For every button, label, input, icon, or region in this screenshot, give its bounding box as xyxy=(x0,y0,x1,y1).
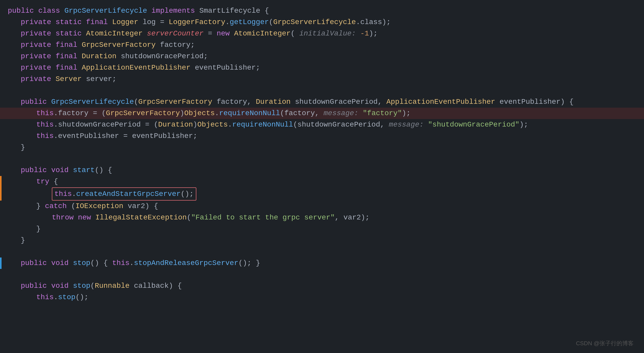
code-token: requireNonNull xyxy=(232,119,293,130)
code-token: Objects xyxy=(184,108,215,119)
code-token: GrpcServerFactory xyxy=(106,108,180,119)
code-line: private static final Logger log = Logger… xyxy=(0,17,644,28)
code-token: } xyxy=(36,223,41,234)
code-line: throw new IllegalStateException("Failed … xyxy=(0,212,644,223)
code-token: = xyxy=(204,28,217,39)
line-indicator xyxy=(0,176,2,187)
code-token: final xyxy=(55,51,82,62)
code-token: . xyxy=(228,119,232,130)
code-line: private static AtomicInteger serverCount… xyxy=(0,28,644,39)
code-token: .factory = ( xyxy=(54,108,106,119)
code-token: Duration xyxy=(256,96,295,107)
code-token: .class); xyxy=(356,17,391,28)
code-line: try { xyxy=(0,176,644,187)
code-token: () { xyxy=(90,258,112,269)
code-token: shutdownGracePeriod, xyxy=(295,96,387,107)
code-token: SmartLifecycle { xyxy=(199,5,269,16)
code-token: this xyxy=(36,108,54,119)
code-line: private Server server; xyxy=(0,73,644,85)
code-token: "factory" xyxy=(363,108,402,119)
code-token: ( xyxy=(71,201,75,212)
code-token: (); xyxy=(181,190,194,198)
code-token: getLogger xyxy=(230,17,269,28)
code-token: (); } xyxy=(238,258,260,269)
code-token: message: xyxy=(389,119,424,130)
code-token: class xyxy=(38,5,65,16)
code-token: stop xyxy=(58,292,75,303)
code-token: ApplicationEventPublisher xyxy=(82,62,195,73)
highlighted-code-box: this.createAndStartGrpcServer(); xyxy=(52,187,196,201)
code-token: Objects xyxy=(197,119,228,130)
code-token: . xyxy=(225,17,230,28)
code-token: private xyxy=(21,17,55,28)
code-line: this.eventPublisher = eventPublisher; xyxy=(0,130,644,142)
code-token: static xyxy=(55,17,86,28)
code-token: message: xyxy=(324,108,358,119)
code-token: callback) { xyxy=(134,280,182,291)
code-token: private xyxy=(21,51,55,62)
code-line: this.stop(); xyxy=(0,292,644,303)
code-token: GrpcServerFactory xyxy=(138,96,217,107)
code-token: stopAndReleaseGrpcServer xyxy=(134,258,238,269)
code-token: stop xyxy=(73,258,90,269)
code-token xyxy=(147,5,152,16)
code-line xyxy=(0,85,644,96)
code-line: public void stop() { this.stopAndRelease… xyxy=(0,258,644,269)
code-token: ); xyxy=(369,28,378,39)
code-token: createAndStartGrpcServer xyxy=(76,190,181,198)
code-token: GrpcServerLifecycle xyxy=(273,17,356,28)
code-token: stop xyxy=(73,280,90,291)
code-token: ( xyxy=(291,28,299,39)
code-token: this xyxy=(112,258,130,269)
code-line: } xyxy=(0,223,644,235)
code-token: . xyxy=(215,108,219,119)
code-line xyxy=(0,153,644,165)
code-token: factory, xyxy=(217,96,256,107)
code-token: public xyxy=(21,280,51,291)
code-token: GrpcServerFactory xyxy=(82,39,160,50)
code-token: Server xyxy=(55,73,86,85)
code-token: static xyxy=(55,28,86,39)
code-token: (factory, xyxy=(280,108,324,119)
code-token: } xyxy=(21,142,25,153)
code-token: } xyxy=(36,201,45,212)
code-token: initialValue: xyxy=(299,28,356,39)
code-token: "Failed to start the grpc server" xyxy=(191,212,335,223)
code-token: requireNonNull xyxy=(219,108,280,119)
code-line xyxy=(0,246,644,258)
code-token: ) xyxy=(193,119,197,130)
code-line: private final GrpcServerFactory factory; xyxy=(0,39,644,51)
code-line: } xyxy=(0,235,644,246)
code-token: GrpcServerLifecycle xyxy=(51,96,134,107)
code-token: ); xyxy=(402,108,411,119)
code-token: . xyxy=(72,190,76,198)
code-token: ( xyxy=(187,212,191,223)
code-line xyxy=(0,269,644,280)
code-token: "shutdownGracePeriod" xyxy=(428,119,519,130)
code-token: implements xyxy=(152,5,199,16)
code-token: } xyxy=(21,235,25,246)
code-token: (shutdownGracePeriod, xyxy=(293,119,389,130)
code-token: ); xyxy=(519,119,528,130)
code-token: var2) { xyxy=(128,201,158,212)
code-token: IOException xyxy=(75,201,128,212)
line-indicator xyxy=(0,258,2,269)
code-token: Duration xyxy=(158,119,193,130)
watermark: CSDN @张子行的博客 xyxy=(576,339,634,348)
code-token: void xyxy=(51,165,73,176)
code-editor: public class GrpcServerLifecycle impleme… xyxy=(0,0,644,308)
code-line: this.shutdownGracePeriod = (Duration)Obj… xyxy=(0,119,644,130)
code-token: . xyxy=(130,258,134,269)
code-line: public void start() { xyxy=(0,165,644,176)
code-token: throw xyxy=(52,212,78,223)
code-token: this xyxy=(36,292,54,303)
code-token: { xyxy=(54,176,58,187)
code-line: this.createAndStartGrpcServer(); xyxy=(0,187,644,201)
code-token: . xyxy=(54,292,58,303)
code-line: public void stop(Runnable callback) { xyxy=(0,280,644,292)
code-line: public class GrpcServerLifecycle impleme… xyxy=(0,5,644,17)
code-token: () { xyxy=(95,165,112,176)
code-token: public xyxy=(21,165,51,176)
line-indicator xyxy=(0,187,2,201)
code-token: ( xyxy=(90,280,95,291)
